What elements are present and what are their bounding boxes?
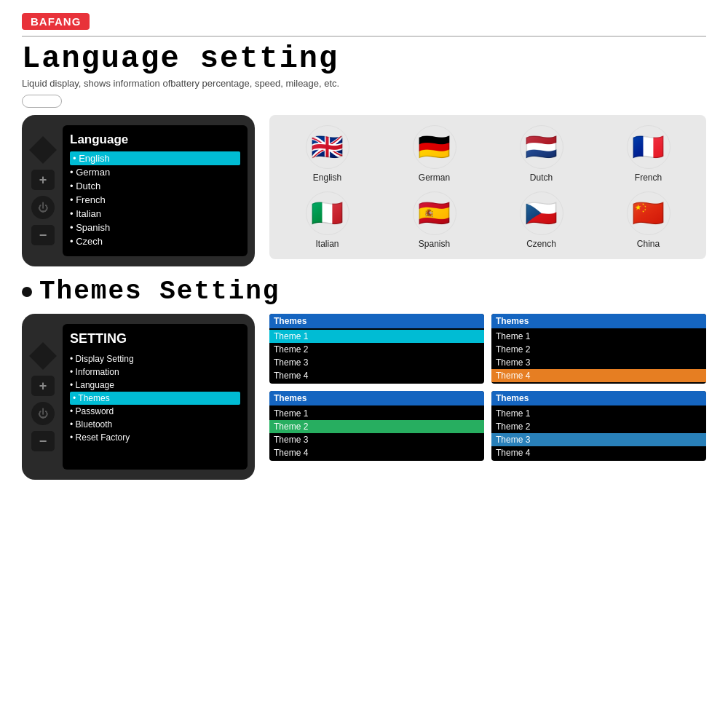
theme-item-2-3[interactable]: Theme 4 [269,446,484,459]
theme-item-3-2[interactable]: Theme 3 [491,433,706,446]
lang-item-czech[interactable]: Czech [70,234,240,248]
lang-item-spanish[interactable]: Spanish [70,221,240,234]
flag-item-italian[interactable]: 🇮🇹 Italian [277,191,378,249]
btn-minus-2[interactable]: − [31,431,55,451]
flag-item-german[interactable]: 🇩🇪 German [384,125,485,183]
theme-item-3-1[interactable]: Theme 2 [491,420,706,433]
theme-panels: ThemesTheme 1Theme 2Theme 3Theme 4Themes… [269,314,706,461]
setting-language[interactable]: Language [70,379,240,392]
flag-grid: 🇬🇧 English 🇩🇪 German 🇳🇱 Dutch 🇫🇷 French … [269,115,706,259]
themes-screen: SETTING Display Setting Information Lang… [63,324,248,470]
flag-label-english: English [313,173,341,183]
themes-section: Themes Setting + ⏻ − SETTING Display Set… [0,266,728,480]
device-buttons-left: + ⏻ − [29,136,57,245]
flag-circle-czench: 🇨🇿 [520,191,563,235]
lang-item-french[interactable]: French [70,193,240,207]
theme-panel-3: ThemesTheme 1Theme 2Theme 3Theme 4 [491,391,706,461]
flag-circle-german: 🇩🇪 [413,125,456,169]
page-title: Language setting [22,41,706,76]
setting-info[interactable]: Information [70,365,240,379]
theme-panel-list-0: Theme 1Theme 2Theme 3Theme 4 [269,328,484,384]
theme-panel-list-3: Theme 1Theme 2Theme 3Theme 4 [491,405,706,461]
theme-item-2-0[interactable]: Theme 1 [269,407,484,420]
lang-item-dutch[interactable]: Dutch [70,179,240,193]
lang-item-english[interactable]: English [70,151,240,165]
flag-circle-china: 🇨🇳 [627,191,670,235]
device-themes: + ⏻ − SETTING Display Setting Informatio… [22,314,255,480]
flag-label-china: China [637,239,660,249]
flag-label-spanish: Spanish [419,239,450,249]
device2-buttons-left: + ⏻ − [29,342,57,451]
setting-password[interactable]: Password [70,405,240,418]
screen-setting-title: SETTING [70,331,240,347]
flag-label-czench: Czench [526,239,556,249]
power-icon: ⏻ [38,202,48,213]
theme-item-2-2[interactable]: Theme 3 [269,433,484,446]
flag-circle-spanish: 🇪🇸 [413,191,456,235]
theme-item-1-2[interactable]: Theme 3 [491,356,706,369]
setting-display[interactable]: Display Setting [70,352,240,365]
theme-item-0-1[interactable]: Theme 2 [269,343,484,356]
theme-panel-0: ThemesTheme 1Theme 2Theme 3Theme 4 [269,314,484,384]
flag-circle-french: 🇫🇷 [627,125,670,169]
flag-label-italian: Italian [315,239,339,249]
flag-item-china[interactable]: 🇨🇳 China [598,191,699,249]
themes-heading: Themes Setting [22,277,706,306]
small-pill [22,95,62,108]
btn-diamond-2[interactable] [29,342,57,370]
device-language: + ⏻ − Language English German Dutch Fren… [22,115,255,266]
brand-badge: BAFANG [22,13,90,30]
header-divider [22,36,706,37]
header: BAFANG Language setting Liquid display, … [0,0,728,108]
setting-list: Display Setting Information Language The… [70,352,240,444]
flag-item-czench[interactable]: 🇨🇿 Czench [491,191,592,249]
lang-item-italian[interactable]: Italian [70,207,240,221]
theme-panel-header-1: Themes [491,314,706,328]
btn-diamond[interactable] [29,136,57,164]
theme-panel-list-1: Theme 1Theme 2Theme 3Theme 4 [491,328,706,384]
subtitle: Liquid display, shows information ofbatt… [22,78,706,89]
screen-lang-title: Language [70,132,240,147]
btn-power-2[interactable]: ⏻ [31,402,55,425]
theme-panel-1: ThemesTheme 1Theme 2Theme 3Theme 4 [491,314,706,384]
language-section: + ⏻ − Language English German Dutch Fren… [0,108,728,266]
flag-item-dutch[interactable]: 🇳🇱 Dutch [491,125,592,183]
theme-panel-2: ThemesTheme 1Theme 2Theme 3Theme 4 [269,391,484,461]
btn-plus-2[interactable]: + [31,376,55,396]
theme-item-1-1[interactable]: Theme 2 [491,343,706,356]
power-icon-2: ⏻ [38,408,48,419]
flag-item-english[interactable]: 🇬🇧 English [277,125,378,183]
theme-panel-header-2: Themes [269,391,484,405]
flag-circle-dutch: 🇳🇱 [520,125,563,169]
flag-item-spanish[interactable]: 🇪🇸 Spanish [384,191,485,249]
dot-bullet [22,287,32,297]
flag-item-french[interactable]: 🇫🇷 French [598,125,699,183]
themes-title: Themes Setting [39,277,280,306]
language-list: English German Dutch French Italian Span… [70,151,240,248]
btn-plus[interactable]: + [31,170,55,190]
theme-item-3-0[interactable]: Theme 1 [491,407,706,420]
theme-item-2-1[interactable]: Theme 2 [269,420,484,433]
flag-circle-italian: 🇮🇹 [306,191,349,235]
setting-bluetooth[interactable]: Bluetooth [70,418,240,431]
btn-power[interactable]: ⏻ [31,196,55,219]
theme-item-1-0[interactable]: Theme 1 [491,330,706,343]
language-screen: Language English German Dutch French Ita… [63,125,248,256]
themes-content: + ⏻ − SETTING Display Setting Informatio… [22,314,706,480]
theme-item-1-3[interactable]: Theme 4 [491,369,706,382]
btn-minus[interactable]: − [31,225,55,245]
setting-reset[interactable]: Reset Factory [70,431,240,444]
setting-themes[interactable]: Themes [70,392,240,405]
theme-item-0-2[interactable]: Theme 3 [269,356,484,369]
theme-panel-header-0: Themes [269,314,484,328]
theme-item-0-3[interactable]: Theme 4 [269,369,484,382]
flag-circle-english: 🇬🇧 [306,125,349,169]
theme-item-0-0[interactable]: Theme 1 [269,330,484,343]
lang-item-german[interactable]: German [70,165,240,179]
flag-label-german: German [419,173,450,183]
theme-item-3-3[interactable]: Theme 4 [491,446,706,459]
flag-label-french: French [635,173,662,183]
theme-panel-list-2: Theme 1Theme 2Theme 3Theme 4 [269,405,484,461]
theme-panel-header-3: Themes [491,391,706,405]
flag-label-dutch: Dutch [530,173,553,183]
